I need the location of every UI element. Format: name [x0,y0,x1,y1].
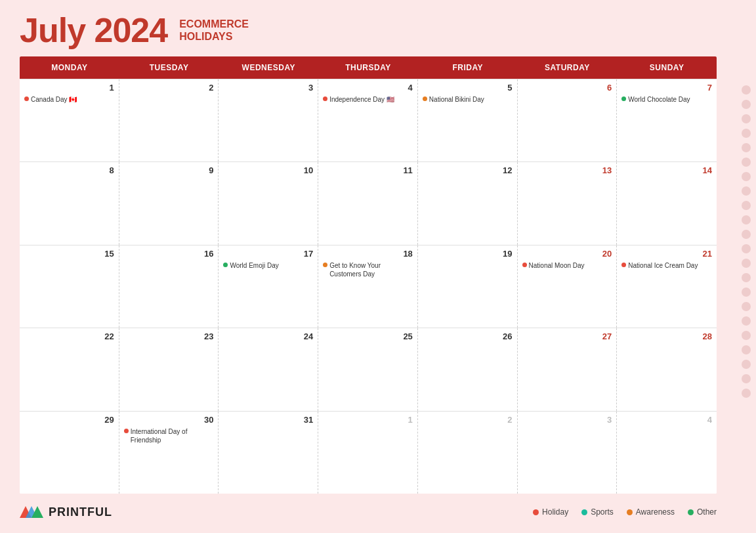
cell-date: 17 [223,249,313,259]
cell-date: 25 [323,331,413,341]
calendar-row: 151617World Emoji Day18Get to Know Your … [20,245,717,328]
decorative-dot [742,201,751,210]
legend-item: Holiday [533,507,568,517]
legend: HolidaySportsAwarenessOther [533,507,717,517]
calendar-cell: 19 [418,245,518,328]
decorative-dot [742,85,751,95]
decorative-dot [742,345,751,354]
calendar-cell: 27 [518,328,618,410]
cell-date: 30 [124,415,214,425]
legend-dot [533,509,539,515]
legend-label: Awareness [636,507,675,517]
event: International Day of Friendship [124,427,214,444]
calendar-cell: 18Get to Know Your Customers Day [318,245,418,328]
calendar-row: 22232425262728 [20,328,717,410]
legend-item: Awareness [627,507,675,517]
event-label: World Emoji Day [230,261,278,270]
month-year-title: July 2024 [20,13,167,47]
day-header: SATURDAY [518,56,618,79]
event-dot [522,263,527,267]
legend-item: Sports [581,507,614,517]
cell-date: 29 [24,415,114,425]
day-header: WEDNESDAY [219,56,318,79]
calendar-cell: 5National Bikini Day [418,79,518,161]
cell-date: 2 [423,415,513,425]
calendar-cell: 21National Ice Cream Day [617,245,717,328]
decorative-dot [742,244,751,253]
decorative-dot [742,114,751,123]
page-wrapper: July 2024 ECOMMERCE HOLIDAYS MONDAYTUESD… [0,0,756,533]
event-label: Independence Day 🇺🇸 [329,95,394,104]
decorative-dot [742,143,751,152]
event-label: Get to Know Your Customers Day [329,261,413,278]
decorative-dot [742,186,751,196]
footer: PRINTFUL HolidaySportsAwarenessOther [20,494,717,526]
cell-date: 23 [124,331,214,341]
event-dot [621,263,626,267]
decorative-dot [742,172,751,181]
header: July 2024 ECOMMERCE HOLIDAYS [20,13,743,47]
event-dot [323,263,327,267]
calendar-cell: 2 [119,79,219,161]
event-label: National Bikini Day [429,95,484,104]
cell-date: 6 [522,83,612,93]
subtitle-line1: ECOMMERCE [179,18,249,30]
calendar-cell: 22 [20,328,119,410]
calendar-cell: 26 [418,328,518,410]
event: World Chocolate Day [621,95,712,104]
calendar-cell: 24 [219,328,318,410]
decorative-dot [742,374,751,383]
calendar-cell: 4 [617,412,717,494]
event: Independence Day 🇺🇸 [323,95,413,104]
cell-date: 24 [223,331,313,341]
decorative-dot [742,158,751,167]
cell-date: 10 [223,165,313,175]
event: National Moon Day [522,261,612,270]
printful-logo: PRINTFUL [20,500,112,524]
legend-item: Other [688,507,717,517]
cell-date: 4 [621,415,712,425]
calendar-cell: 11 [318,162,418,244]
event-dot [423,96,427,101]
calendar-grid: 1Canada Day 🇨🇦234Independence Day 🇺🇸5Nat… [20,79,717,494]
day-headers: MONDAYTUESDAYWEDNESDAYTHURSDAYFRIDAYSATU… [20,56,717,79]
calendar-cell: 23 [119,328,219,410]
event: National Ice Cream Day [621,261,712,270]
decorative-dot [742,259,751,268]
cell-date: 5 [423,83,513,93]
calendar-cell: 16 [119,245,219,328]
legend-dot [688,509,694,515]
calendar-cell: 10 [219,162,318,244]
decorative-dot [742,360,751,369]
event-label: National Moon Day [529,261,585,270]
event: Canada Day 🇨🇦 [24,95,114,104]
cell-date: 15 [24,249,114,259]
event: Get to Know Your Customers Day [323,261,413,278]
cell-date: 2 [124,83,214,93]
decorative-dot [742,316,751,326]
cell-date: 27 [522,331,612,341]
cell-date: 20 [522,249,612,259]
calendar-cell: 25 [318,328,418,410]
decorative-dot [742,389,751,398]
decorative-dot [742,302,751,311]
day-header: MONDAY [20,56,119,79]
cell-date: 4 [323,83,413,93]
cell-date: 1 [24,83,114,93]
calendar-cell: 28 [617,328,717,410]
calendar-cell: 2 [418,412,518,494]
subtitle: ECOMMERCE HOLIDAYS [179,18,249,43]
calendar-cell: 7World Chocolate Day [617,79,717,161]
calendar-cell: 29 [20,412,119,494]
calendar-cell: 4Independence Day 🇺🇸 [318,79,418,161]
calendar-cell: 31 [219,412,318,494]
decorative-dot [742,215,751,224]
cell-date: 7 [621,83,712,93]
cell-date: 18 [323,249,413,259]
day-header: TUESDAY [119,56,219,79]
event-dot [621,96,626,101]
legend-dot [627,509,633,515]
cell-date: 3 [522,415,612,425]
calendar-row: 891011121314 [20,161,717,244]
decorative-dot [742,230,751,239]
